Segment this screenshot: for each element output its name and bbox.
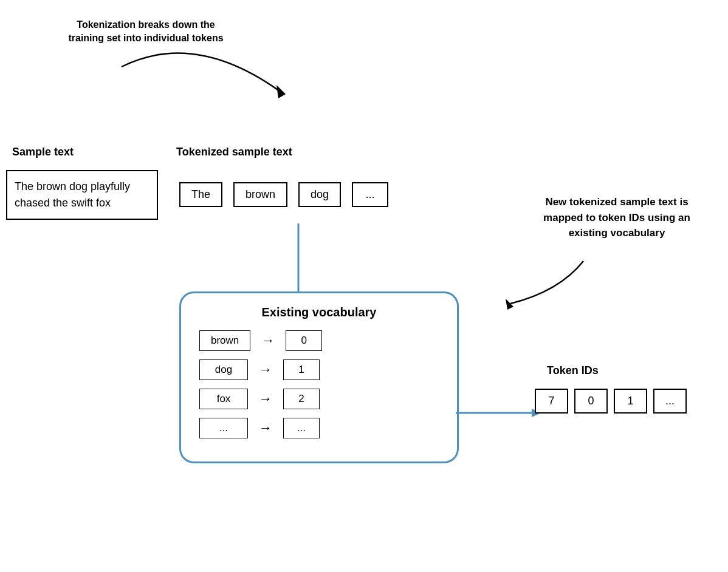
vocab-id-ellipsis: ...	[283, 418, 320, 438]
token-row: The brown dog ...	[179, 182, 388, 207]
vocab-box: Existing vocabulary brown → 0 dog → 1 fo…	[179, 291, 459, 463]
id-7: 7	[535, 389, 568, 414]
id-ellipsis: ...	[653, 389, 687, 414]
arrow-brown: →	[261, 333, 275, 349]
right-annotation: New tokenized sample text is mapped to t…	[529, 194, 705, 241]
token-brown: brown	[233, 182, 287, 207]
svg-marker-0	[276, 85, 286, 98]
id-1: 1	[614, 389, 647, 414]
arrow-dog: →	[259, 362, 272, 378]
vocab-row-brown: brown → 0	[199, 330, 439, 351]
vocab-id-dog: 1	[283, 359, 320, 380]
sample-text-box: The brown dog playfully chased the swift…	[6, 170, 158, 220]
arrow-ellipsis: →	[259, 420, 272, 436]
vocab-row-ellipsis: ... → ...	[199, 418, 439, 438]
vocab-word-dog: dog	[199, 359, 248, 380]
vocab-word-ellipsis: ...	[199, 418, 248, 438]
vocab-title: Existing vocabulary	[199, 305, 439, 319]
token-ids-label: Token IDs	[547, 364, 599, 377]
token-the: The	[179, 182, 222, 207]
vocab-id-fox: 2	[283, 389, 320, 409]
vocab-word-brown: brown	[199, 330, 250, 351]
vertical-line	[297, 223, 300, 296]
tokenized-sample-label: Tokenized sample text	[176, 146, 292, 158]
vocab-id-brown: 0	[286, 330, 322, 351]
token-ids-row: 7 0 1 ...	[535, 389, 687, 414]
sample-text-label: Sample text	[12, 146, 74, 158]
svg-marker-2	[506, 299, 513, 310]
arrow-fox: →	[259, 391, 272, 407]
vocab-row-dog: dog → 1	[199, 359, 439, 380]
token-ellipsis: ...	[352, 182, 388, 207]
id-0: 0	[574, 389, 608, 414]
vocab-row-fox: fox → 2	[199, 389, 439, 409]
annotation-arrow	[462, 255, 596, 328]
vocab-to-ids-arrow	[456, 404, 547, 422]
curved-arrow	[24, 12, 340, 134]
vocab-word-fox: fox	[199, 389, 248, 409]
token-dog: dog	[298, 182, 341, 207]
